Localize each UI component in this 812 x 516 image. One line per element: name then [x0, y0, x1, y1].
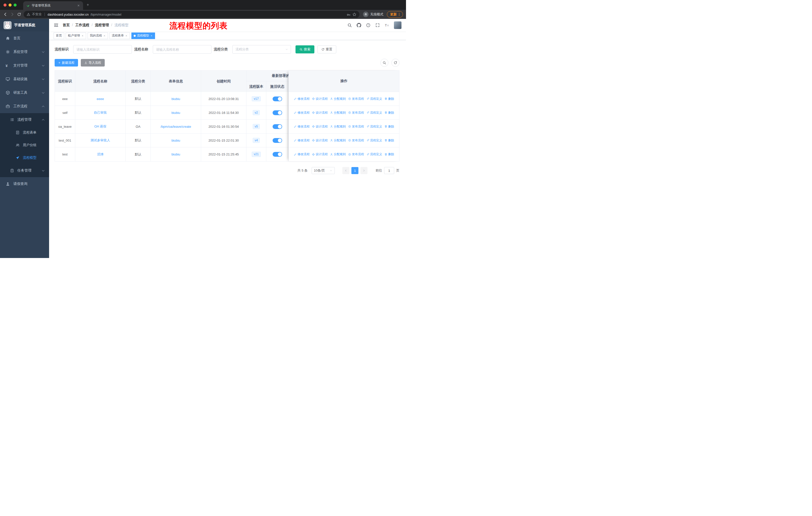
active-status-toggle[interactable]	[272, 152, 282, 157]
publish-process-link[interactable]: 发布流程	[348, 138, 364, 143]
publish-process-link[interactable]: 发布流程	[348, 111, 364, 115]
back-button[interactable]	[3, 12, 7, 17]
sidebar-item-task-mgmt[interactable]: 任务管理	[0, 164, 49, 177]
maximize-window-button[interactable]	[13, 3, 17, 6]
create-process-button[interactable]: 新建流程	[55, 59, 78, 66]
browser-tab[interactable]: 芋道管理系统	[23, 1, 83, 10]
page-number-1[interactable]: 1	[351, 167, 358, 174]
assign-rule-link[interactable]: 分配规则	[330, 97, 346, 101]
sidebar-item-payment[interactable]: ¥ 支付管理	[0, 59, 49, 72]
assign-rule-link[interactable]: 分配规则	[330, 152, 346, 157]
sidebar-item-process-mgmt[interactable]: 流程管理	[0, 113, 49, 126]
process-name-link[interactable]: 自己审批	[94, 110, 107, 115]
process-category-select[interactable]: 流程分类	[232, 45, 291, 54]
browser-menu-icon[interactable]	[397, 12, 401, 17]
edit-process-link[interactable]: 修改流程	[294, 152, 310, 157]
tag-tenant-mgmt[interactable]: 租户管理	[66, 32, 86, 39]
design-process-link[interactable]: 设计流程	[312, 97, 328, 101]
fullscreen-icon[interactable]	[375, 23, 380, 27]
refresh-table-button[interactable]	[392, 59, 400, 67]
process-name-input[interactable]	[153, 45, 211, 54]
edit-process-link[interactable]: 修改流程	[294, 125, 310, 129]
tab-close-icon[interactable]	[77, 4, 80, 7]
process-definition-link[interactable]: 流程定义	[366, 125, 382, 129]
delete-process-link[interactable]: 删除	[384, 125, 394, 129]
sidebar-item-system[interactable]: 系统管理	[0, 45, 49, 59]
bookmark-star-icon[interactable]	[352, 12, 356, 17]
new-tab-button[interactable]	[86, 3, 90, 7]
user-avatar[interactable]	[394, 21, 402, 29]
close-icon[interactable]	[150, 34, 153, 37]
form-info-link[interactable]: biubiu	[171, 153, 180, 156]
page-size-select[interactable]: 10条/页	[312, 167, 335, 174]
close-window-button[interactable]	[3, 3, 6, 6]
process-name-link[interactable]: 测试多审批人	[91, 138, 110, 143]
delete-process-link[interactable]: 删除	[384, 152, 394, 157]
edit-process-link[interactable]: 修改流程	[294, 97, 310, 101]
close-icon[interactable]	[103, 34, 106, 37]
url-bar[interactable]: 不安全 dashboard.yudao.iocoder.cn/bpm/manag…	[24, 11, 359, 18]
next-page-button[interactable]	[360, 167, 368, 174]
form-info-link[interactable]: /bpm/oa/leave/create	[161, 125, 191, 129]
process-definition-link[interactable]: 流程定义	[366, 138, 382, 143]
form-info-link[interactable]: biubiu	[171, 139, 180, 142]
forward-button[interactable]	[10, 12, 14, 17]
reset-button[interactable]: 重置	[317, 45, 336, 53]
sidebar-item-devtools[interactable]: 研发工具	[0, 86, 49, 100]
reload-button[interactable]	[17, 12, 21, 17]
active-status-toggle[interactable]	[272, 97, 282, 101]
sidebar-item-process-form[interactable]: 流程表单	[0, 126, 49, 139]
close-icon[interactable]	[81, 34, 84, 37]
password-key-icon[interactable]	[347, 12, 351, 17]
import-process-button[interactable]: 导入流程	[81, 59, 105, 66]
toggle-search-button[interactable]	[380, 59, 388, 67]
active-status-toggle[interactable]	[272, 138, 282, 143]
design-process-link[interactable]: 设计流程	[312, 125, 328, 129]
minimize-window-button[interactable]	[8, 3, 11, 6]
tag-process-form[interactable]: 流程表单	[110, 32, 130, 39]
publish-process-link[interactable]: 发布流程	[348, 97, 364, 101]
close-icon[interactable]	[125, 34, 127, 37]
search-icon[interactable]	[347, 23, 352, 27]
edit-process-link[interactable]: 修改流程	[294, 138, 310, 143]
sidebar-item-home[interactable]: 首页	[0, 31, 49, 45]
delete-process-link[interactable]: 删除	[384, 97, 394, 101]
process-name-link[interactable]: 滔博	[97, 152, 104, 157]
form-info-link[interactable]: biubiu	[171, 97, 180, 101]
process-definition-link[interactable]: 流程定义	[366, 152, 382, 157]
help-icon[interactable]	[366, 23, 371, 27]
design-process-link[interactable]: 设计流程	[312, 152, 328, 157]
tag-home[interactable]: 首页	[54, 32, 64, 39]
process-definition-link[interactable]: 流程定义	[366, 97, 382, 101]
font-size-icon[interactable]	[385, 23, 389, 27]
assign-rule-link[interactable]: 分配规则	[330, 111, 346, 115]
form-info-link[interactable]: biubiu	[171, 111, 180, 115]
assign-rule-link[interactable]: 分配规则	[330, 125, 346, 129]
prev-page-button[interactable]	[342, 167, 349, 174]
assign-rule-link[interactable]: 分配规则	[330, 138, 346, 143]
process-name-link[interactable]: OA 请假	[94, 124, 107, 129]
sidebar-item-user-group[interactable]: 用户分组	[0, 139, 49, 152]
sidebar-item-infra[interactable]: 基础设施	[0, 72, 49, 86]
process-id-input[interactable]	[73, 45, 132, 54]
design-process-link[interactable]: 设计流程	[312, 138, 328, 143]
breadcrumb-workflow[interactable]: 工作流程	[70, 23, 89, 27]
sidebar-collapse-icon[interactable]	[54, 23, 59, 28]
github-icon[interactable]	[357, 23, 361, 27]
chrome-update-button[interactable]: 更新	[387, 11, 403, 18]
sidebar-item-workflow[interactable]: 工作流程	[0, 100, 49, 113]
edit-process-link[interactable]: 修改流程	[294, 111, 310, 115]
active-status-toggle[interactable]	[272, 124, 282, 129]
process-name-link[interactable]: eeee	[97, 97, 104, 101]
tag-process-model-active[interactable]: 流程模型	[132, 32, 155, 39]
delete-process-link[interactable]: 删除	[384, 111, 394, 115]
publish-process-link[interactable]: 发布流程	[348, 125, 364, 129]
goto-page-input[interactable]	[384, 167, 394, 174]
search-button[interactable]: 搜索	[295, 45, 314, 53]
tag-my-process[interactable]: 我的流程	[88, 32, 108, 39]
delete-process-link[interactable]: 删除	[384, 138, 394, 143]
breadcrumb-process-mgmt[interactable]: 流程管理	[89, 23, 109, 27]
publish-process-link[interactable]: 发布流程	[348, 152, 364, 157]
design-process-link[interactable]: 设计流程	[312, 111, 328, 115]
sidebar-item-process-model[interactable]: 流程模型	[0, 152, 49, 164]
